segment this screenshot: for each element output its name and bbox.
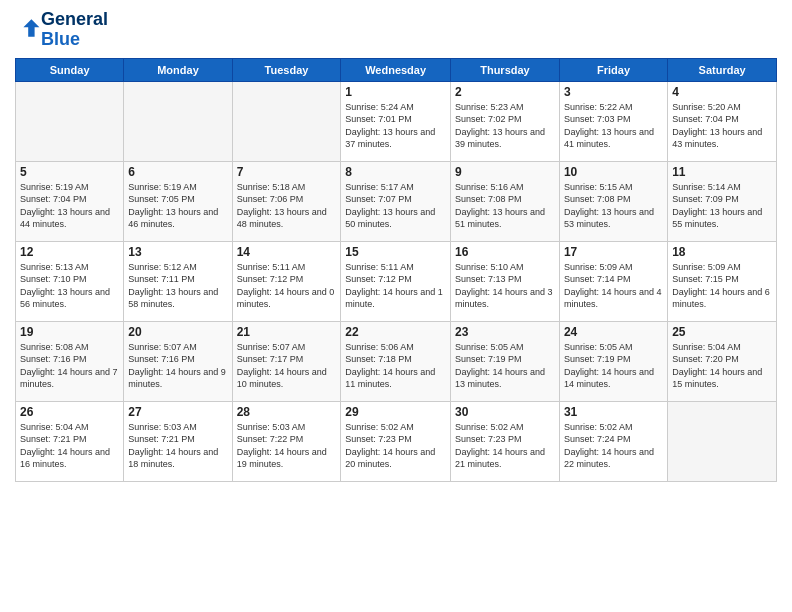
weekday-header-cell: Sunday bbox=[16, 58, 124, 81]
calendar-cell: 15Sunrise: 5:11 AMSunset: 7:12 PMDayligh… bbox=[341, 241, 451, 321]
calendar-cell: 25Sunrise: 5:04 AMSunset: 7:20 PMDayligh… bbox=[668, 321, 777, 401]
calendar-cell: 24Sunrise: 5:05 AMSunset: 7:19 PMDayligh… bbox=[559, 321, 667, 401]
day-info: Sunrise: 5:02 AMSunset: 7:23 PMDaylight:… bbox=[455, 421, 555, 471]
day-info: Sunrise: 5:22 AMSunset: 7:03 PMDaylight:… bbox=[564, 101, 663, 151]
day-info: Sunrise: 5:14 AMSunset: 7:09 PMDaylight:… bbox=[672, 181, 772, 231]
calendar-cell: 23Sunrise: 5:05 AMSunset: 7:19 PMDayligh… bbox=[450, 321, 559, 401]
day-number: 24 bbox=[564, 325, 663, 339]
calendar-week-row: 12Sunrise: 5:13 AMSunset: 7:10 PMDayligh… bbox=[16, 241, 777, 321]
day-info: Sunrise: 5:05 AMSunset: 7:19 PMDaylight:… bbox=[455, 341, 555, 391]
weekday-header-cell: Wednesday bbox=[341, 58, 451, 81]
calendar-cell: 26Sunrise: 5:04 AMSunset: 7:21 PMDayligh… bbox=[16, 401, 124, 481]
weekday-header-row: SundayMondayTuesdayWednesdayThursdayFrid… bbox=[16, 58, 777, 81]
day-info: Sunrise: 5:23 AMSunset: 7:02 PMDaylight:… bbox=[455, 101, 555, 151]
day-number: 4 bbox=[672, 85, 772, 99]
calendar-cell: 18Sunrise: 5:09 AMSunset: 7:15 PMDayligh… bbox=[668, 241, 777, 321]
calendar-body: 1Sunrise: 5:24 AMSunset: 7:01 PMDaylight… bbox=[16, 81, 777, 481]
calendar-cell: 29Sunrise: 5:02 AMSunset: 7:23 PMDayligh… bbox=[341, 401, 451, 481]
day-number: 2 bbox=[455, 85, 555, 99]
day-number: 9 bbox=[455, 165, 555, 179]
weekday-header-cell: Saturday bbox=[668, 58, 777, 81]
calendar-cell: 8Sunrise: 5:17 AMSunset: 7:07 PMDaylight… bbox=[341, 161, 451, 241]
day-number: 15 bbox=[345, 245, 446, 259]
calendar-cell: 19Sunrise: 5:08 AMSunset: 7:16 PMDayligh… bbox=[16, 321, 124, 401]
day-number: 19 bbox=[20, 325, 119, 339]
day-number: 25 bbox=[672, 325, 772, 339]
calendar-cell: 30Sunrise: 5:02 AMSunset: 7:23 PMDayligh… bbox=[450, 401, 559, 481]
day-number: 30 bbox=[455, 405, 555, 419]
calendar-cell bbox=[668, 401, 777, 481]
day-info: Sunrise: 5:20 AMSunset: 7:04 PMDaylight:… bbox=[672, 101, 772, 151]
day-info: Sunrise: 5:08 AMSunset: 7:16 PMDaylight:… bbox=[20, 341, 119, 391]
day-info: Sunrise: 5:12 AMSunset: 7:11 PMDaylight:… bbox=[128, 261, 227, 311]
calendar-cell bbox=[16, 81, 124, 161]
day-info: Sunrise: 5:19 AMSunset: 7:05 PMDaylight:… bbox=[128, 181, 227, 231]
calendar-cell: 27Sunrise: 5:03 AMSunset: 7:21 PMDayligh… bbox=[124, 401, 232, 481]
calendar-cell bbox=[232, 81, 341, 161]
day-number: 10 bbox=[564, 165, 663, 179]
day-number: 3 bbox=[564, 85, 663, 99]
calendar-cell: 6Sunrise: 5:19 AMSunset: 7:05 PMDaylight… bbox=[124, 161, 232, 241]
calendar-cell: 16Sunrise: 5:10 AMSunset: 7:13 PMDayligh… bbox=[450, 241, 559, 321]
day-number: 22 bbox=[345, 325, 446, 339]
calendar-cell: 22Sunrise: 5:06 AMSunset: 7:18 PMDayligh… bbox=[341, 321, 451, 401]
day-number: 6 bbox=[128, 165, 227, 179]
day-number: 27 bbox=[128, 405, 227, 419]
day-info: Sunrise: 5:15 AMSunset: 7:08 PMDaylight:… bbox=[564, 181, 663, 231]
day-number: 31 bbox=[564, 405, 663, 419]
day-info: Sunrise: 5:24 AMSunset: 7:01 PMDaylight:… bbox=[345, 101, 446, 151]
calendar-cell: 5Sunrise: 5:19 AMSunset: 7:04 PMDaylight… bbox=[16, 161, 124, 241]
calendar-cell: 17Sunrise: 5:09 AMSunset: 7:14 PMDayligh… bbox=[559, 241, 667, 321]
weekday-header-cell: Tuesday bbox=[232, 58, 341, 81]
calendar-cell: 20Sunrise: 5:07 AMSunset: 7:16 PMDayligh… bbox=[124, 321, 232, 401]
day-info: Sunrise: 5:09 AMSunset: 7:14 PMDaylight:… bbox=[564, 261, 663, 311]
day-info: Sunrise: 5:10 AMSunset: 7:13 PMDaylight:… bbox=[455, 261, 555, 311]
calendar-cell: 31Sunrise: 5:02 AMSunset: 7:24 PMDayligh… bbox=[559, 401, 667, 481]
day-info: Sunrise: 5:06 AMSunset: 7:18 PMDaylight:… bbox=[345, 341, 446, 391]
day-info: Sunrise: 5:11 AMSunset: 7:12 PMDaylight:… bbox=[237, 261, 337, 311]
day-info: Sunrise: 5:04 AMSunset: 7:21 PMDaylight:… bbox=[20, 421, 119, 471]
day-number: 13 bbox=[128, 245, 227, 259]
day-number: 21 bbox=[237, 325, 337, 339]
day-info: Sunrise: 5:04 AMSunset: 7:20 PMDaylight:… bbox=[672, 341, 772, 391]
day-number: 17 bbox=[564, 245, 663, 259]
day-info: Sunrise: 5:17 AMSunset: 7:07 PMDaylight:… bbox=[345, 181, 446, 231]
logo-text: General Blue bbox=[41, 10, 108, 50]
page: General Blue SundayMondayTuesdayWednesda… bbox=[0, 0, 792, 612]
day-number: 16 bbox=[455, 245, 555, 259]
calendar-cell: 28Sunrise: 5:03 AMSunset: 7:22 PMDayligh… bbox=[232, 401, 341, 481]
weekday-header-cell: Friday bbox=[559, 58, 667, 81]
day-info: Sunrise: 5:02 AMSunset: 7:24 PMDaylight:… bbox=[564, 421, 663, 471]
calendar-week-row: 1Sunrise: 5:24 AMSunset: 7:01 PMDaylight… bbox=[16, 81, 777, 161]
logo-icon bbox=[17, 16, 41, 40]
calendar-cell: 3Sunrise: 5:22 AMSunset: 7:03 PMDaylight… bbox=[559, 81, 667, 161]
day-number: 8 bbox=[345, 165, 446, 179]
svg-marker-0 bbox=[23, 19, 39, 37]
day-number: 11 bbox=[672, 165, 772, 179]
calendar-table: SundayMondayTuesdayWednesdayThursdayFrid… bbox=[15, 58, 777, 482]
day-number: 28 bbox=[237, 405, 337, 419]
calendar-cell: 21Sunrise: 5:07 AMSunset: 7:17 PMDayligh… bbox=[232, 321, 341, 401]
calendar-cell bbox=[124, 81, 232, 161]
day-info: Sunrise: 5:03 AMSunset: 7:22 PMDaylight:… bbox=[237, 421, 337, 471]
day-number: 12 bbox=[20, 245, 119, 259]
calendar-cell: 10Sunrise: 5:15 AMSunset: 7:08 PMDayligh… bbox=[559, 161, 667, 241]
day-number: 18 bbox=[672, 245, 772, 259]
calendar-cell: 11Sunrise: 5:14 AMSunset: 7:09 PMDayligh… bbox=[668, 161, 777, 241]
calendar-cell: 13Sunrise: 5:12 AMSunset: 7:11 PMDayligh… bbox=[124, 241, 232, 321]
day-info: Sunrise: 5:09 AMSunset: 7:15 PMDaylight:… bbox=[672, 261, 772, 311]
day-info: Sunrise: 5:11 AMSunset: 7:12 PMDaylight:… bbox=[345, 261, 446, 311]
calendar-week-row: 26Sunrise: 5:04 AMSunset: 7:21 PMDayligh… bbox=[16, 401, 777, 481]
calendar-cell: 7Sunrise: 5:18 AMSunset: 7:06 PMDaylight… bbox=[232, 161, 341, 241]
day-number: 7 bbox=[237, 165, 337, 179]
day-number: 26 bbox=[20, 405, 119, 419]
day-number: 20 bbox=[128, 325, 227, 339]
calendar-cell: 9Sunrise: 5:16 AMSunset: 7:08 PMDaylight… bbox=[450, 161, 559, 241]
calendar-week-row: 5Sunrise: 5:19 AMSunset: 7:04 PMDaylight… bbox=[16, 161, 777, 241]
day-info: Sunrise: 5:13 AMSunset: 7:10 PMDaylight:… bbox=[20, 261, 119, 311]
logo: General Blue bbox=[15, 10, 108, 50]
weekday-header-cell: Thursday bbox=[450, 58, 559, 81]
day-info: Sunrise: 5:07 AMSunset: 7:17 PMDaylight:… bbox=[237, 341, 337, 391]
day-number: 23 bbox=[455, 325, 555, 339]
calendar-cell: 14Sunrise: 5:11 AMSunset: 7:12 PMDayligh… bbox=[232, 241, 341, 321]
